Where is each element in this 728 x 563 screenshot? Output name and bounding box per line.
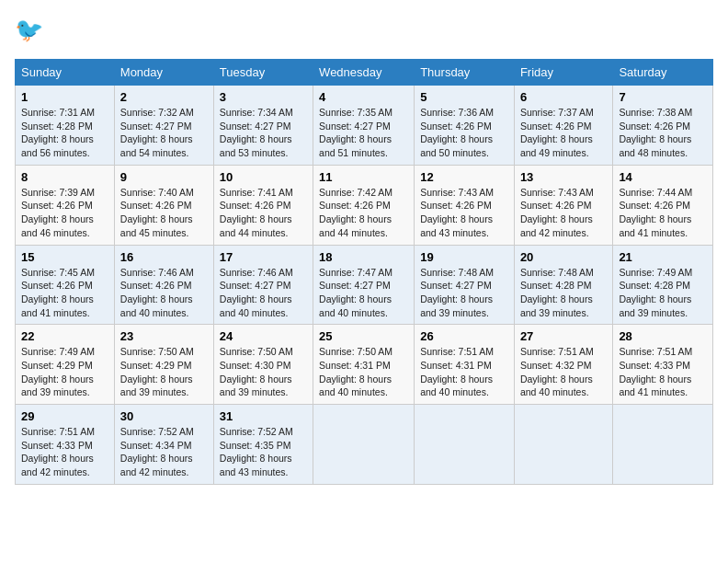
day-number: 9 [120,170,208,184]
cell-sunrise: Sunrise: 7:41 AM [220,186,307,200]
day-header-thursday: Thursday [415,60,515,86]
calendar-cell: 11 Sunrise: 7:42 AM Sunset: 4:26 PM Dayl… [313,165,415,245]
cell-sunset: Sunset: 4:31 PM [319,359,408,373]
cell-daylight: Daylight: 8 hours and 46 minutes. [21,213,108,239]
cell-daylight: Daylight: 8 hours and 53 minutes. [220,132,307,159]
calendar-cell: 3 Sunrise: 7:34 AM Sunset: 4:27 PM Dayli… [213,86,313,166]
calendar-cell: 6 Sunrise: 7:37 AM Sunset: 4:26 PM Dayli… [514,86,613,166]
day-header-tuesday: Tuesday [213,60,313,86]
cell-daylight: Daylight: 8 hours and 42 minutes. [520,213,608,239]
calendar-cell: 16 Sunrise: 7:46 AM Sunset: 4:26 PM Dayl… [114,245,213,325]
calendar-cell: 30 Sunrise: 7:52 AM Sunset: 4:34 PM Dayl… [114,405,213,485]
cell-sunrise: Sunrise: 7:43 AM [420,186,508,200]
cell-sunset: Sunset: 4:26 PM [220,199,307,213]
cell-sunrise: Sunrise: 7:32 AM [120,106,208,120]
calendar-cell: 14 Sunrise: 7:44 AM Sunset: 4:26 PM Dayl… [613,165,713,245]
cell-daylight: Daylight: 8 hours and 50 minutes. [420,132,508,159]
cell-daylight: Daylight: 8 hours and 39 minutes. [220,373,307,399]
cell-daylight: Daylight: 8 hours and 39 minutes. [21,373,108,399]
calendar-cell: 21 Sunrise: 7:49 AM Sunset: 4:28 PM Dayl… [613,245,713,325]
cell-sunset: Sunset: 4:30 PM [220,359,307,373]
calendar-cell: 28 Sunrise: 7:51 AM Sunset: 4:33 PM Dayl… [613,325,713,405]
cell-sunset: Sunset: 4:27 PM [220,279,307,293]
calendar-cell: 5 Sunrise: 7:36 AM Sunset: 4:26 PM Dayli… [415,86,515,166]
calendar-week-row: 1 Sunrise: 7:31 AM Sunset: 4:28 PM Dayli… [16,86,713,166]
cell-sunset: Sunset: 4:35 PM [220,439,307,453]
day-number: 6 [520,90,608,104]
cell-sunrise: Sunrise: 7:48 AM [520,266,608,280]
day-number: 31 [220,409,307,423]
day-number: 13 [520,170,608,184]
day-header-monday: Monday [114,60,213,86]
calendar-header-row: SundayMondayTuesdayWednesdayThursdayFrid… [16,60,713,86]
cell-sunrise: Sunrise: 7:47 AM [319,266,408,280]
calendar-cell: 23 Sunrise: 7:50 AM Sunset: 4:29 PM Dayl… [114,325,213,405]
cell-sunset: Sunset: 4:27 PM [420,279,508,293]
cell-sunrise: Sunrise: 7:36 AM [420,106,508,120]
cell-sunset: Sunset: 4:26 PM [520,120,608,133]
logo-bird-icon: 🐦 [15,15,48,48]
cell-sunrise: Sunrise: 7:50 AM [220,345,307,359]
cell-sunrise: Sunrise: 7:31 AM [21,106,108,120]
cell-sunrise: Sunrise: 7:52 AM [120,425,208,439]
cell-sunset: Sunset: 4:28 PM [21,120,108,133]
cell-sunrise: Sunrise: 7:49 AM [21,345,108,359]
calendar-cell [313,405,415,485]
day-number: 4 [319,90,408,104]
cell-sunrise: Sunrise: 7:44 AM [619,186,707,200]
cell-sunrise: Sunrise: 7:40 AM [120,186,208,200]
cell-sunrise: Sunrise: 7:38 AM [619,106,707,120]
cell-sunrise: Sunrise: 7:50 AM [120,345,208,359]
cell-sunrise: Sunrise: 7:42 AM [319,186,408,200]
calendar-cell: 9 Sunrise: 7:40 AM Sunset: 4:26 PM Dayli… [114,165,213,245]
calendar-week-row: 8 Sunrise: 7:39 AM Sunset: 4:26 PM Dayli… [16,165,713,245]
calendar-cell [613,405,713,485]
day-number: 8 [21,170,108,184]
cell-sunset: Sunset: 4:27 PM [120,120,208,133]
cell-sunset: Sunset: 4:27 PM [220,120,307,133]
calendar-week-row: 15 Sunrise: 7:45 AM Sunset: 4:26 PM Dayl… [16,245,713,325]
cell-sunrise: Sunrise: 7:35 AM [319,106,408,120]
calendar-table: SundayMondayTuesdayWednesdayThursdayFrid… [15,59,713,485]
cell-sunrise: Sunrise: 7:51 AM [619,345,707,359]
calendar-cell: 24 Sunrise: 7:50 AM Sunset: 4:30 PM Dayl… [213,325,313,405]
cell-sunrise: Sunrise: 7:46 AM [220,266,307,280]
calendar-cell: 27 Sunrise: 7:51 AM Sunset: 4:32 PM Dayl… [514,325,613,405]
cell-sunset: Sunset: 4:26 PM [319,199,408,213]
cell-daylight: Daylight: 8 hours and 40 minutes. [420,373,508,399]
calendar-cell: 19 Sunrise: 7:48 AM Sunset: 4:27 PM Dayl… [415,245,515,325]
cell-daylight: Daylight: 8 hours and 39 minutes. [420,293,508,319]
cell-sunset: Sunset: 4:26 PM [520,199,608,213]
cell-sunset: Sunset: 4:33 PM [619,359,707,373]
cell-sunset: Sunset: 4:34 PM [120,439,208,453]
cell-sunrise: Sunrise: 7:45 AM [21,266,108,280]
cell-sunset: Sunset: 4:26 PM [420,120,508,133]
cell-daylight: Daylight: 8 hours and 56 minutes. [21,132,108,159]
logo: 🐦 [15,15,51,48]
cell-sunset: Sunset: 4:26 PM [21,199,108,213]
cell-daylight: Daylight: 8 hours and 43 minutes. [220,452,307,478]
day-number: 3 [220,90,307,104]
cell-daylight: Daylight: 8 hours and 43 minutes. [420,213,508,239]
svg-text:🐦: 🐦 [15,16,44,44]
cell-sunset: Sunset: 4:27 PM [319,279,408,293]
day-number: 5 [420,90,508,104]
calendar-cell: 22 Sunrise: 7:49 AM Sunset: 4:29 PM Dayl… [16,325,115,405]
cell-sunset: Sunset: 4:29 PM [120,359,208,373]
calendar-cell: 12 Sunrise: 7:43 AM Sunset: 4:26 PM Dayl… [415,165,515,245]
day-number: 24 [220,329,307,343]
day-number: 12 [420,170,508,184]
day-number: 20 [520,250,608,264]
cell-daylight: Daylight: 8 hours and 39 minutes. [619,293,707,319]
cell-sunrise: Sunrise: 7:37 AM [520,106,608,120]
cell-daylight: Daylight: 8 hours and 44 minutes. [319,213,408,239]
cell-sunset: Sunset: 4:26 PM [120,199,208,213]
calendar-cell: 13 Sunrise: 7:43 AM Sunset: 4:26 PM Dayl… [514,165,613,245]
day-number: 29 [21,409,108,423]
cell-sunset: Sunset: 4:32 PM [520,359,608,373]
calendar-cell: 8 Sunrise: 7:39 AM Sunset: 4:26 PM Dayli… [16,165,115,245]
cell-daylight: Daylight: 8 hours and 39 minutes. [520,293,608,319]
calendar-week-row: 22 Sunrise: 7:49 AM Sunset: 4:29 PM Dayl… [16,325,713,405]
day-header-friday: Friday [514,60,613,86]
cell-daylight: Daylight: 8 hours and 51 minutes. [319,132,408,159]
